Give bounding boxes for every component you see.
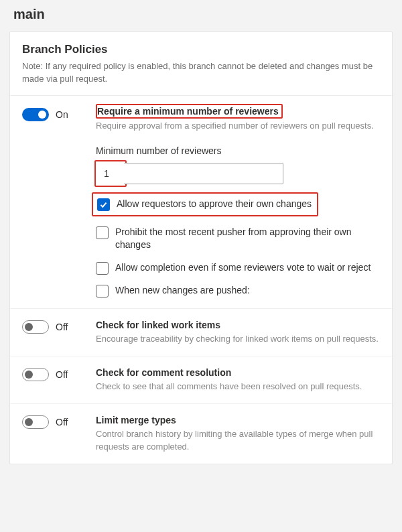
checkbox-allow-self[interactable]	[97, 198, 110, 211]
toggle-min-reviewers[interactable]	[22, 108, 49, 121]
checkbox-label-allow-self: Allow requestors to approve their own ch…	[117, 198, 312, 211]
toggle-state-label: On	[56, 109, 68, 120]
policy-title: Check for linked work items	[96, 320, 380, 330]
policy-desc: Check to see that all comments have been…	[96, 381, 380, 393]
checkbox-label-new-changes: When new changes are pushed:	[115, 284, 250, 297]
section-note: Note: If any required policy is enabled,…	[22, 60, 380, 86]
checkbox-prohibit-recent[interactable]	[96, 226, 109, 239]
policy-limit-merge: Off Limit merge types Control branch his…	[10, 404, 392, 463]
policy-title: Check for comment resolution	[96, 367, 380, 378]
toggle-state-label: Off	[56, 369, 68, 380]
toggle-state-label: Off	[56, 322, 68, 332]
checkbox-new-changes[interactable]	[96, 285, 109, 297]
toggle-state-label: Off	[56, 417, 68, 427]
highlight-title: Require a minimum number of reviewers	[96, 104, 283, 119]
policy-desc: Require approval from a specified number…	[96, 120, 380, 132]
checkbox-allow-completion[interactable]	[96, 262, 109, 275]
checkbox-label-prohibit-recent: Prohibit the most recent pusher from app…	[115, 226, 380, 252]
policy-desc: Encourage traceability by checking for l…	[96, 333, 380, 345]
check-icon	[99, 200, 108, 209]
policy-title: Limit merge types	[96, 415, 380, 425]
min-reviewers-input-value[interactable]	[97, 163, 124, 184]
highlight-input	[94, 160, 127, 187]
min-reviewers-input[interactable]	[124, 163, 283, 184]
policy-linked-items: Off Check for linked work items Encourag…	[10, 309, 392, 356]
page-title: main	[9, 7, 393, 22]
branch-policies-card: Branch Policies Note: If any required po…	[9, 31, 393, 464]
policy-title: Require a minimum number of reviewers	[97, 106, 279, 117]
toggle-linked-items[interactable]	[22, 320, 49, 334]
toggle-comment-resolution[interactable]	[22, 368, 49, 381]
policy-desc: Control branch history by limiting the a…	[96, 428, 380, 452]
min-reviewers-label: Minimum number of reviewers	[96, 145, 380, 156]
policy-min-reviewers: On Require a minimum number of reviewers…	[10, 96, 392, 309]
checkbox-label-allow-completion: Allow completion even if some reviewers …	[115, 261, 371, 275]
section-title: Branch Policies	[22, 43, 380, 56]
card-header: Branch Policies Note: If any required po…	[10, 32, 392, 96]
highlight-allow-self: Allow requestors to approve their own ch…	[92, 192, 318, 216]
policy-comment-resolution: Off Check for comment resolution Check t…	[10, 356, 392, 404]
toggle-limit-merge[interactable]	[22, 415, 49, 429]
